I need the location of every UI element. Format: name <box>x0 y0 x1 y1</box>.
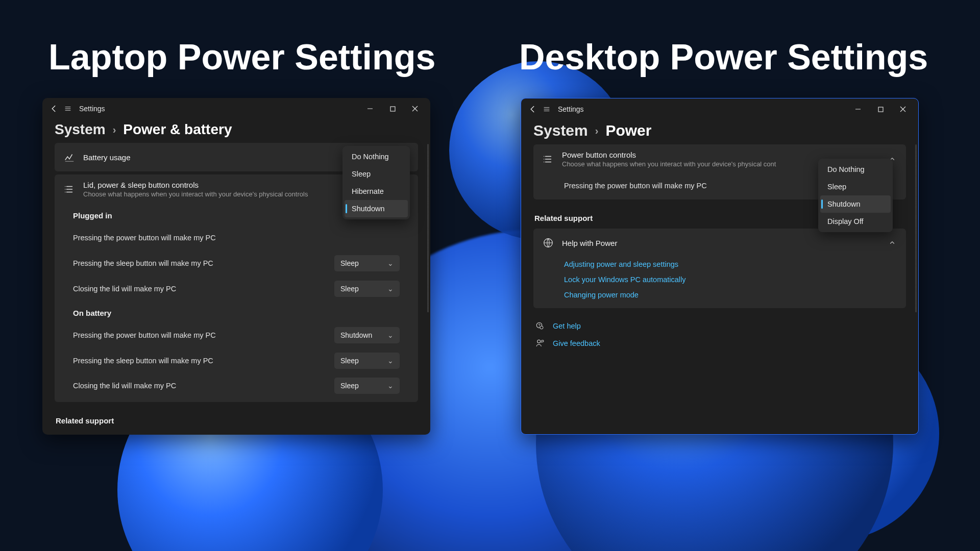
on-battery-header: On battery <box>55 302 418 322</box>
svg-rect-0 <box>390 107 395 111</box>
list-icon <box>64 184 75 195</box>
svg-point-6 <box>537 340 541 343</box>
give-feedback-row[interactable]: Give feedback <box>533 335 906 352</box>
app-title: Settings <box>558 105 584 113</box>
get-help-link[interactable]: Get help <box>553 322 581 330</box>
battery-power-button-row: Pressing the power button will make my P… <box>55 322 418 348</box>
scrollbar[interactable] <box>915 144 917 424</box>
chevron-down-icon: ⌄ <box>387 259 394 267</box>
plugged-power-button-row: Pressing the power button will make my P… <box>55 225 418 251</box>
minimize-button[interactable] <box>359 101 381 116</box>
chevron-right-icon: › <box>595 125 599 137</box>
controls-title: Power button controls <box>562 151 879 159</box>
breadcrumb-system[interactable]: System <box>533 122 588 139</box>
row-label: Closing the lid will make my PC <box>73 285 328 293</box>
plugged-lid-select[interactable]: Sleep ⌄ <box>334 281 400 297</box>
close-button[interactable] <box>404 101 426 116</box>
plugged-lid-row: Closing the lid will make my PC Sleep ⌄ <box>55 276 418 302</box>
chevron-down-icon: ⌄ <box>387 331 394 339</box>
help-icon <box>535 321 545 331</box>
battery-power-select[interactable]: Shutdown ⌄ <box>334 327 400 343</box>
list-icon <box>543 154 554 165</box>
breadcrumb-current: Power & battery <box>123 121 232 138</box>
controls-subtitle: Choose what happens when you interact wi… <box>83 190 318 198</box>
row-label: Closing the lid will make my PC <box>73 382 328 390</box>
scrollbar[interactable] <box>427 144 429 424</box>
battery-sleep-select[interactable]: Sleep ⌄ <box>334 353 400 369</box>
desktop-heading: Desktop Power Settings <box>519 37 928 78</box>
power-action-dropdown[interactable]: Do NothingSleepHibernateShutdown <box>342 146 410 219</box>
help-link[interactable]: Adjusting power and sleep settings <box>564 260 888 268</box>
help-link[interactable]: Lock your Windows PC automatically <box>564 276 888 284</box>
help-with-power-card: Help with Power Adjusting power and slee… <box>533 229 906 308</box>
help-link[interactable]: Changing power mode <box>564 291 888 299</box>
chart-icon <box>64 152 75 163</box>
menu-button[interactable] <box>61 102 75 116</box>
dropdown-option[interactable]: Sleep <box>820 178 891 195</box>
plugged-sleep-select[interactable]: Sleep ⌄ <box>334 255 400 271</box>
svg-point-5 <box>540 326 543 329</box>
chevron-down-icon: ⌄ <box>387 357 394 365</box>
laptop-settings-window: Settings System › Power & battery Batter… <box>42 98 430 435</box>
row-label: Pressing the power button will make my P… <box>73 331 328 339</box>
maximize-button[interactable] <box>869 102 892 117</box>
feedback-icon <box>535 339 545 348</box>
breadcrumb: System › Power & battery <box>42 119 430 143</box>
dropdown-option[interactable]: Shutdown <box>345 200 408 217</box>
battery-lid-select[interactable]: Sleep ⌄ <box>334 378 400 394</box>
controls-title: Lid, power & sleep button controls <box>83 181 318 189</box>
desktop-settings-window: Settings System › Power Power button con… <box>521 98 919 435</box>
give-feedback-link[interactable]: Give feedback <box>553 339 600 347</box>
svg-point-4 <box>539 327 540 327</box>
plugged-sleep-button-row: Pressing the sleep button will make my P… <box>55 251 418 276</box>
breadcrumb-system[interactable]: System <box>55 121 106 138</box>
close-button[interactable] <box>892 102 914 117</box>
chevron-up-icon <box>888 238 897 247</box>
related-support-heading: Related support <box>55 405 418 431</box>
maximize-button[interactable] <box>381 101 404 116</box>
chevron-down-icon: ⌄ <box>387 285 394 293</box>
row-label: Pressing the power button will make my P… <box>564 182 816 190</box>
globe-icon <box>543 237 554 248</box>
chevron-down-icon: ⌄ <box>387 382 394 390</box>
dropdown-option[interactable]: Do Nothing <box>345 148 408 165</box>
titlebar: Settings <box>42 98 430 119</box>
row-label: Pressing the sleep button will make my P… <box>73 259 328 267</box>
help-links-list: Adjusting power and sleep settingsLock y… <box>533 257 906 308</box>
back-button[interactable] <box>46 102 61 116</box>
help-title: Help with Power <box>562 239 879 247</box>
battery-lid-row: Closing the lid will make my PC Sleep ⌄ <box>55 373 418 402</box>
titlebar: Settings <box>521 98 918 120</box>
get-help-row[interactable]: Get help <box>533 317 906 335</box>
dropdown-option[interactable]: Do Nothing <box>820 161 891 178</box>
breadcrumb: System › Power <box>521 120 918 144</box>
card-header[interactable]: Help with Power <box>533 229 906 257</box>
dropdown-option[interactable]: Hibernate <box>345 183 408 200</box>
dropdown-option[interactable]: Sleep <box>345 165 408 183</box>
back-button[interactable] <box>525 102 540 116</box>
row-label: Pressing the sleep button will make my P… <box>73 357 328 365</box>
minimize-button[interactable] <box>847 102 869 117</box>
power-action-dropdown[interactable]: Do NothingSleepShutdownDisplay Off <box>818 159 893 232</box>
dropdown-option[interactable]: Shutdown <box>820 195 891 213</box>
chevron-right-icon: › <box>113 124 116 136</box>
app-title: Settings <box>79 105 105 113</box>
row-label: Pressing the power button will make my P… <box>73 234 328 242</box>
menu-button[interactable] <box>540 102 554 116</box>
dropdown-option[interactable]: Display Off <box>820 213 891 230</box>
laptop-heading: Laptop Power Settings <box>48 37 435 78</box>
battery-sleep-button-row: Pressing the sleep button will make my P… <box>55 348 418 373</box>
svg-rect-1 <box>878 107 883 112</box>
breadcrumb-current: Power <box>605 122 651 139</box>
